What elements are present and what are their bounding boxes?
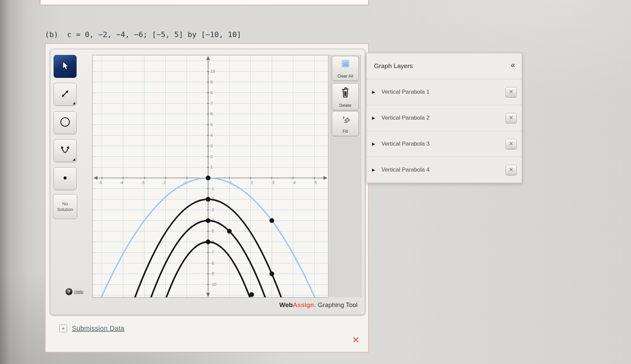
branding-web: Web xyxy=(279,301,293,308)
question-part-header: (b)c = 0, −2, −4, −6; [−5, 5] by [−10, 1… xyxy=(45,30,241,39)
no-solution-label-line1: No xyxy=(53,201,77,207)
layer-row-vertical-parabola-1[interactable]: ▶ Vertical Parabola 1 ✕ xyxy=(367,79,522,105)
layer-label: Vertical Parabola 1 xyxy=(381,79,430,105)
part-label: (b) xyxy=(45,30,58,39)
svg-text:-5: -5 xyxy=(210,229,214,234)
svg-text:6: 6 xyxy=(210,112,213,116)
svg-text:-2: -2 xyxy=(162,180,166,185)
svg-text:2: 2 xyxy=(251,180,253,185)
svg-text:4: 4 xyxy=(210,133,213,138)
control-point-dot xyxy=(206,176,210,180)
delete-button[interactable]: Delete xyxy=(332,83,359,110)
flyout-indicator-icon xyxy=(73,158,75,161)
trash-icon xyxy=(340,86,351,100)
remove-layer-button[interactable]: ✕ xyxy=(506,113,517,123)
collapse-panel-icon[interactable]: « xyxy=(511,61,515,70)
expand-layer-icon[interactable]: ▶ xyxy=(372,168,375,172)
fill-label: Fill xyxy=(343,129,348,134)
circle-icon xyxy=(59,116,71,129)
svg-text:-9: -9 xyxy=(210,271,214,276)
flyout-indicator-icon xyxy=(73,102,75,104)
control-point-dot xyxy=(206,218,210,223)
graph-canvas[interactable]: -5-4-3-2-11234510987654321-1-2-3-4-5-6-7… xyxy=(92,55,328,298)
svg-text:-7: -7 xyxy=(210,250,214,255)
svg-text:-10: -10 xyxy=(210,282,217,287)
fill-icon xyxy=(340,115,350,126)
no-solution-label-line2: Solution xyxy=(53,207,77,212)
svg-text:5: 5 xyxy=(315,180,317,185)
expand-layer-icon[interactable]: ▶ xyxy=(372,116,375,120)
layer-row-vertical-parabola-2[interactable]: ▶ Vertical Parabola 2 ✕ xyxy=(367,105,522,131)
svg-text:9: 9 xyxy=(210,80,213,85)
svg-text:-8: -8 xyxy=(210,261,214,266)
parabola-tool-button[interactable] xyxy=(54,139,77,162)
svg-text:8: 8 xyxy=(210,90,213,95)
svg-text:3: 3 xyxy=(210,144,213,148)
parabola-icon xyxy=(59,144,71,157)
remove-layer-button[interactable]: ✕ xyxy=(506,87,517,97)
point-icon xyxy=(61,174,69,183)
previous-answer-strip xyxy=(40,0,369,5)
control-point-dot xyxy=(206,197,210,202)
control-point-dot xyxy=(206,240,210,244)
clear-all-icon xyxy=(342,60,349,67)
family-expression: c = 0, −2, −4, −6; [−5, 5] by [−10, 10] xyxy=(67,30,241,39)
circle-tool-button[interactable] xyxy=(54,111,77,134)
svg-text:1: 1 xyxy=(210,165,213,170)
help-link[interactable]: ? Help xyxy=(65,288,83,295)
no-solution-button[interactable]: No Solution xyxy=(53,194,77,219)
line-tool-button[interactable] xyxy=(54,83,77,106)
line-segment-icon xyxy=(60,89,70,100)
svg-text:3: 3 xyxy=(272,180,275,185)
branding-rest: . Graphing Tool xyxy=(314,301,357,308)
control-points[interactable] xyxy=(206,176,274,297)
close-answer-box-icon[interactable]: ✕ xyxy=(352,335,360,345)
layer-label: Vertical Parabola 3 xyxy=(381,131,430,157)
clear-all-button[interactable]: Clear All xyxy=(332,56,359,81)
submission-data-link[interactable]: + Submission Data xyxy=(59,325,124,332)
expand-layer-icon[interactable]: ▶ xyxy=(372,90,375,94)
svg-text:-4: -4 xyxy=(120,180,123,185)
graph-layers-header: Graph Layers « xyxy=(367,53,522,79)
svg-text:4: 4 xyxy=(293,180,296,185)
svg-text:-3: -3 xyxy=(210,208,214,212)
layer-label: Vertical Parabola 4 xyxy=(381,157,430,183)
submission-data-label: Submission Data xyxy=(72,325,124,332)
svg-text:10: 10 xyxy=(210,69,215,74)
branding-assign: Assign xyxy=(293,301,314,308)
plot-svg[interactable]: -5-4-3-2-11234510987654321-1-2-3-4-5-6-7… xyxy=(93,55,328,297)
delete-label: Delete xyxy=(339,103,351,108)
svg-text:2: 2 xyxy=(210,154,213,159)
select-tool-button[interactable] xyxy=(54,55,77,78)
fill-button[interactable]: Fill xyxy=(332,111,359,136)
help-label: Help xyxy=(74,289,83,294)
svg-text:-3: -3 xyxy=(141,180,145,185)
cursor-icon xyxy=(60,61,70,72)
graph-layers-panel: Graph Layers « ▶ Vertical Parabola 1 ✕ ▶… xyxy=(366,53,522,183)
layer-label: Vertical Parabola 2 xyxy=(381,105,430,131)
control-point-dot xyxy=(269,271,274,276)
svg-text:7: 7 xyxy=(210,101,213,106)
point-tool-button[interactable] xyxy=(54,167,77,190)
clear-all-label: Clear All xyxy=(338,74,353,79)
screen: (b)c = 0, −2, −4, −6; [−5, 5] by [−10, 1… xyxy=(0,0,631,364)
graph-layers-title: Graph Layers xyxy=(374,53,413,79)
remove-layer-button[interactable]: ✕ xyxy=(506,165,517,175)
control-point-dot xyxy=(227,229,232,234)
control-point-dot xyxy=(249,292,254,297)
control-point-dot xyxy=(269,218,274,223)
svg-text:-1: -1 xyxy=(210,186,214,191)
layer-row-vertical-parabola-4[interactable]: ▶ Vertical Parabola 4 ✕ xyxy=(367,157,522,183)
svg-text:5: 5 xyxy=(210,122,213,127)
expand-submission-icon[interactable]: + xyxy=(59,325,67,332)
svg-text:-5: -5 xyxy=(98,180,102,185)
webassign-branding: WebAssign. Graphing Tool xyxy=(223,301,357,309)
remove-layer-button[interactable]: ✕ xyxy=(506,139,517,149)
help-icon: ? xyxy=(65,288,73,295)
expand-layer-icon[interactable]: ▶ xyxy=(372,142,375,146)
layer-row-vertical-parabola-3[interactable]: ▶ Vertical Parabola 3 ✕ xyxy=(367,131,522,157)
